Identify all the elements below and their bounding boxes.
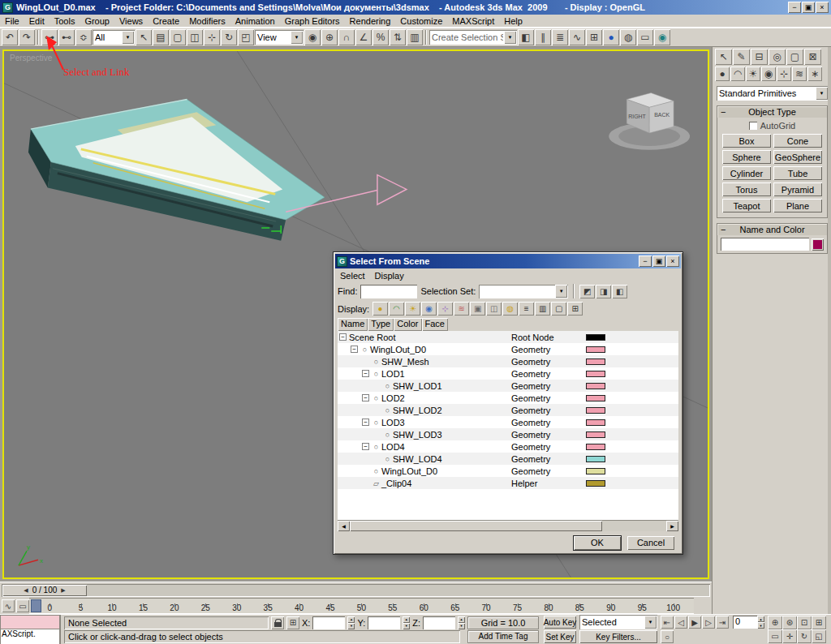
go-to-start-button[interactable]: ⇤ [661,616,674,629]
quick-render-button[interactable]: ◉ [654,29,670,45]
minimize-button[interactable]: − [639,255,652,267]
cancel-button[interactable]: Cancel [627,536,674,550]
expand-collapse-icon[interactable]: − [339,333,347,341]
find-input[interactable] [360,285,417,298]
show-selection-range-button[interactable]: ▭ [16,599,29,612]
table-row[interactable]: ○ SHW_Mesh Geometry [338,355,678,367]
blank-view-button[interactable]: ▢ [551,302,566,316]
expand-collapse-icon[interactable]: − [362,443,369,450]
play-button[interactable]: ▶ [688,616,701,629]
go-to-end-button[interactable]: ⇥ [716,616,729,629]
percent-snap-toggle-button[interactable]: % [372,29,389,45]
previous-frame-arrow-icon[interactable]: ◀ [24,587,28,594]
table-row[interactable]: ○ SHW_LOD4 Geometry [338,453,678,465]
select-and-rotate-button[interactable]: ↻ [221,29,237,45]
viewcube[interactable]: RIGHT BACK [609,93,690,150]
viewcube-right-label[interactable]: RIGHT [628,114,646,119]
space-warps-category-button[interactable]: ≋ [792,67,807,81]
z-coordinate-input[interactable] [423,616,455,629]
menu-item[interactable]: Create [148,15,184,27]
angle-snap-toggle-button[interactable]: ∠ [355,29,372,45]
menu-item[interactable]: Rendering [345,15,396,27]
menu-item[interactable]: Help [499,15,527,27]
maxscript-mini-listener[interactable]: AXScript. [0,615,61,644]
table-row[interactable]: − ○ LOD3 Geometry [338,416,678,428]
pan-button[interactable]: ✛ [782,629,797,643]
create-tab-button[interactable]: ↖ [715,49,732,65]
shapes-category-button[interactable]: ◠ [730,67,745,81]
object-type-button[interactable]: Box [722,134,771,148]
zoom-button[interactable]: ⊕ [768,616,782,629]
listener-pane[interactable]: AXScript. [0,629,59,644]
select-and-link-button[interactable]: ⊶ [41,29,58,45]
key-filters-button[interactable]: Key Filters... [579,630,657,643]
minimize-button[interactable]: − [788,2,801,13]
table-row[interactable]: − ○ LOD1 Geometry [338,367,678,380]
menu-item[interactable]: Modifiers [184,15,230,27]
macro-recorder-pane[interactable] [0,615,59,629]
command-panel-scrollbar[interactable] [828,47,831,614]
expand-collapse-icon[interactable]: − [351,346,358,353]
bind-to-space-warp-button[interactable]: ≎ [75,29,92,45]
list-view-button[interactable]: ≡ [519,302,534,316]
select-and-scale-button[interactable]: ◰ [238,29,254,45]
x-spinner[interactable]: ▲▼ [347,616,355,629]
named-selection-set-combo[interactable]: Create Selection Set▼ [429,30,517,45]
schematic-view-button[interactable]: ⊞ [586,29,602,45]
display-geometry-button[interactable]: ● [372,302,388,316]
time-slider-thumb[interactable]: ◀ 0 / 100 ▶ [2,585,87,596]
object-type-button[interactable]: Torus [722,182,771,196]
display-cameras-button[interactable]: ◉ [421,302,437,316]
chevron-down-icon[interactable]: ▼ [122,31,134,44]
rendered-frame-window-button[interactable]: ▭ [637,29,653,45]
object-type-button[interactable]: Plane [773,199,822,213]
table-row[interactable]: − ○ WingLOut_D0 Geometry [338,343,678,355]
systems-category-button[interactable]: ∗ [807,67,822,81]
menu-item[interactable]: Views [114,15,148,27]
selection-lock-toggle[interactable] [271,616,284,629]
object-type-button[interactable]: GeoSphere [773,150,822,164]
menu-item[interactable]: Customize [395,15,447,27]
spinner-snap-toggle-button[interactable]: ⇅ [390,29,406,45]
scroll-left-button[interactable]: ◀ [338,521,350,531]
y-spinner[interactable]: ▲▼ [403,616,410,629]
edit-named-selection-sets-button[interactable]: ▥ [407,29,423,45]
display-xrefs-button[interactable]: ◫ [486,302,502,316]
x-coordinate-input[interactable] [312,616,345,629]
set-key-button[interactable]: Set Key [544,630,576,643]
viewcube-back-label[interactable]: BACK [654,112,670,118]
menu-item[interactable]: Edit [24,15,50,27]
curve-editor-button[interactable]: ∿ [569,29,585,45]
next-frame-arrow-icon[interactable]: ▶ [61,587,65,594]
zoom-region-button[interactable]: ▭ [768,629,782,643]
wing-model[interactable] [28,99,325,240]
expand-collapse-icon[interactable]: − [362,419,369,426]
expand-collapse-icon[interactable]: − [362,394,369,401]
close-button[interactable]: × [816,2,829,13]
zoom-extents-all-button[interactable]: ⊞ [812,616,826,629]
select-object-button[interactable]: ↖ [136,29,152,45]
zoom-extents-button[interactable]: ⊡ [797,616,812,629]
dialog-titlebar[interactable]: G Select From Scene −▣× [335,254,681,268]
next-frame-button[interactable]: ▷ [702,616,715,629]
object-type-rollout-header[interactable]: − Object Type [717,106,827,118]
current-time-input[interactable]: 0 [733,616,757,629]
object-type-button[interactable]: Teapot [722,199,771,213]
display-lights-button[interactable]: ☀ [405,302,420,316]
object-type-button[interactable]: Sphere [722,150,771,164]
selected-track-set-combo[interactable]: Selected▼ [579,615,657,629]
chevron-down-icon[interactable]: ▼ [816,87,828,100]
modify-tab-button[interactable]: ✎ [733,49,750,65]
menu-item[interactable]: Tools [50,15,80,27]
hierarchy-mode-button[interactable]: ⊞ [567,302,583,316]
object-type-button[interactable]: Cone [773,134,822,148]
maximize-viewport-button[interactable]: ◱ [812,629,826,643]
object-type-button[interactable]: Tube [773,166,822,180]
reference-coordinate-system-combo[interactable]: View▼ [255,30,304,45]
display-groups-button[interactable]: ▣ [470,302,485,316]
align-button[interactable]: ∥ [535,29,551,45]
render-setup-button[interactable]: ◍ [620,29,636,45]
orbit-button[interactable]: ↻ [797,629,812,643]
select-children-button[interactable]: ◩ [579,285,595,298]
chevron-down-icon[interactable]: ▼ [644,616,657,629]
